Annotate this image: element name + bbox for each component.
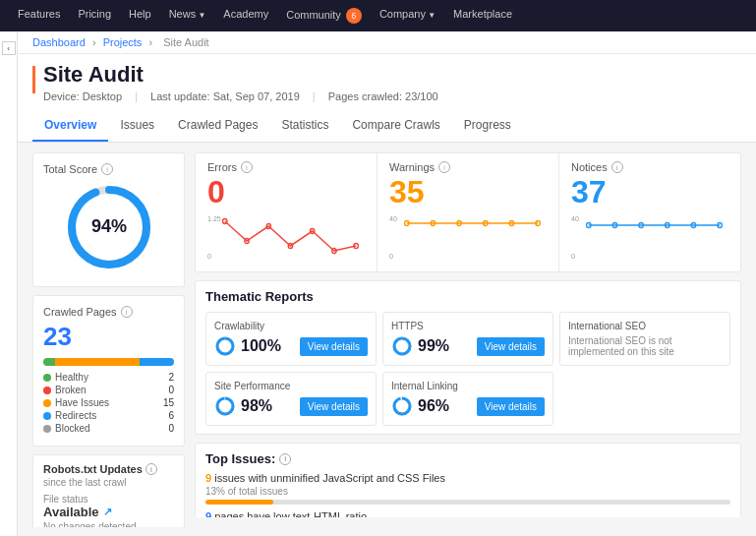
tab-compare-crawls[interactable]: Compare Crawls — [340, 110, 451, 142]
pages-crawled-label: Pages crawled: 23/100 — [328, 90, 438, 102]
robots-card: Robots.txt Updates i since the last craw… — [32, 454, 185, 527]
tab-statistics[interactable]: Statistics — [269, 110, 340, 142]
crawled-pages-info-icon[interactable]: i — [121, 306, 133, 318]
nav-features[interactable]: Features — [10, 4, 68, 28]
dot-broken — [43, 387, 51, 394]
performance-circle — [214, 395, 236, 417]
issue-item-2: 9 pages have low text-HTML ratio 13% of … — [205, 510, 730, 517]
last-update-label: Last update: Sat, Sep 07, 2019 — [150, 90, 300, 102]
page-header: Site Audit Device: Desktop | Last update… — [18, 54, 756, 143]
nav-academy[interactable]: Academy — [215, 4, 276, 28]
tab-crawled-pages[interactable]: Crawled Pages — [166, 110, 269, 142]
legend-issues: Have Issues 15 — [43, 397, 174, 408]
svg-point-28 — [217, 338, 233, 354]
nav-news[interactable]: News — [161, 4, 214, 28]
report-crawlability-title: Crawlability — [214, 321, 368, 331]
report-https-score: 99% — [391, 335, 449, 357]
page-title: Site Audit — [43, 62, 448, 88]
svg-point-4 — [223, 219, 227, 224]
report-site-performance: Site Performance 98% View details — [205, 372, 377, 426]
svg-text:40: 40 — [389, 214, 397, 224]
dot-issues — [43, 399, 51, 407]
right-panel: Errors i 0 1.25 0 — [195, 152, 741, 517]
breadcrumb-dashboard[interactable]: Dashboard — [32, 36, 86, 48]
notices-chart: 40 0 — [571, 211, 728, 261]
issue-2-count: 9 — [205, 510, 211, 517]
issue-2-text: 9 pages have low text-HTML ratio — [205, 510, 730, 517]
total-score-title: Total Score i — [43, 163, 174, 175]
crawl-legend: Healthy 2 Broken 0 Have Issues 15 — [43, 372, 174, 434]
score-circle: 94% — [65, 183, 153, 271]
total-score-info-icon[interactable]: i — [101, 163, 113, 175]
file-status-note: No changes detected — [43, 521, 174, 527]
report-https: HTTPS 99% View details — [382, 312, 553, 366]
nav-marketplace[interactable]: Marketplace — [445, 4, 520, 28]
nav-community[interactable]: Community 6 — [278, 4, 370, 28]
left-panel: Total Score i 94% Crawled Pages — [32, 152, 185, 517]
top-issues-title: Top Issues: i — [205, 451, 730, 466]
legend-blocked: Blocked 0 — [43, 423, 174, 434]
report-site-performance-body: 98% View details — [214, 395, 368, 417]
linking-circle — [391, 395, 413, 417]
nav-help[interactable]: Help — [121, 4, 159, 28]
tab-progress[interactable]: Progress — [452, 110, 523, 142]
nav-items: Features Pricing Help News Academy Commu… — [10, 4, 520, 28]
https-percent: 99% — [418, 337, 449, 355]
file-status-link-icon[interactable]: ↗ — [103, 506, 112, 518]
svg-text:1.25: 1.25 — [207, 214, 221, 224]
https-circle — [391, 335, 413, 357]
legend-redirects: Redirects 6 — [43, 410, 174, 421]
top-navigation: Features Pricing Help News Academy Commu… — [0, 0, 756, 31]
nav-company[interactable]: Company — [372, 4, 443, 28]
report-crawlability-score: 100% — [214, 335, 281, 357]
file-status-label: File status — [43, 494, 174, 505]
svg-point-34 — [394, 398, 410, 414]
tabs: Overview Issues Crawled Pages Statistics… — [32, 110, 741, 142]
report-internal-linking: Internal Linking 96% View details — [382, 372, 553, 426]
notices-label: Notices i — [571, 161, 728, 173]
issue-1-count: 9 — [205, 472, 211, 484]
report-crawlability-body: 100% View details — [214, 335, 368, 357]
top-issues-section: Top Issues: i 9 issues with unminified J… — [195, 443, 741, 517]
main-content: Dashboard › Projects › Site Audit Site A… — [18, 31, 756, 536]
robots-info-icon[interactable]: i — [145, 463, 157, 475]
issue-item-1: 9 issues with unminified JavaScript and … — [205, 472, 730, 505]
errors-value: 0 — [207, 176, 365, 208]
score-circle-container: 94% — [43, 183, 174, 271]
pb-healthy — [43, 358, 55, 366]
breadcrumb-current: Site Audit — [163, 36, 208, 48]
linking-view-details-btn[interactable]: View details — [477, 397, 545, 416]
top-issues-info-icon[interactable]: i — [279, 453, 291, 465]
crawled-pages-number: 23 — [43, 322, 174, 352]
https-view-details-btn[interactable]: View details — [477, 337, 545, 356]
breadcrumb-projects[interactable]: Projects — [103, 36, 143, 48]
content-area: Total Score i 94% Crawled Pages — [18, 143, 756, 527]
robots-subtitle: since the last crawl — [43, 477, 174, 488]
intl-seo-note: International SEO is not implemented on … — [568, 335, 722, 357]
svg-point-13 — [405, 221, 409, 226]
svg-point-32 — [217, 398, 233, 414]
performance-view-details-btn[interactable]: View details — [300, 397, 368, 416]
tab-overview[interactable]: Overview — [32, 110, 108, 142]
crawled-pages-title: Crawled Pages i — [43, 306, 174, 318]
crawlability-circle — [214, 335, 236, 357]
issue-1-subtext: 13% of total issues — [205, 486, 730, 497]
warnings-info-icon[interactable]: i — [438, 161, 450, 173]
sidebar-collapse-button[interactable]: ‹ — [2, 41, 16, 55]
errors-info-icon[interactable]: i — [241, 161, 253, 173]
thematic-title: Thematic Reports — [205, 289, 730, 304]
report-https-body: 99% View details — [391, 335, 545, 357]
report-https-title: HTTPS — [391, 321, 545, 331]
warnings-label: Warnings i — [389, 161, 547, 173]
svg-point-30 — [394, 338, 410, 354]
tab-issues[interactable]: Issues — [108, 110, 166, 142]
report-intl-seo: International SEO International SEO is n… — [559, 312, 730, 366]
file-status-value: Available ↗ — [43, 505, 174, 519]
page-meta: Device: Desktop | Last update: Sat, Sep … — [43, 90, 448, 102]
performance-percent: 98% — [241, 397, 272, 415]
notices-info-icon[interactable]: i — [611, 161, 623, 173]
crawlability-view-details-btn[interactable]: View details — [300, 337, 368, 356]
pb-issues — [55, 358, 141, 366]
warnings-metric: Warnings i 35 40 0 — [378, 153, 559, 271]
nav-pricing[interactable]: Pricing — [70, 4, 119, 28]
